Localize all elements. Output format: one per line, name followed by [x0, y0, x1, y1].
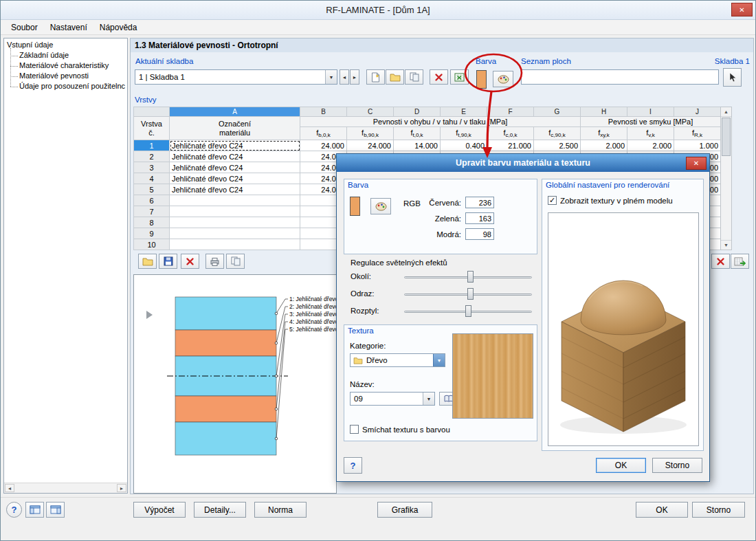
value-cell[interactable]: 2.000	[581, 140, 627, 151]
window-close-button[interactable]: ✕	[731, 3, 753, 16]
scroll-down-button[interactable]: ▼	[721, 240, 731, 250]
menu-item-2[interactable]: Nápověda	[93, 21, 144, 34]
material-cell[interactable]	[170, 195, 300, 206]
row-number-8[interactable]: 8	[134, 217, 170, 228]
column-letter-G[interactable]: G	[534, 107, 581, 117]
value-cell[interactable]: 24.000	[300, 140, 347, 151]
copy-rows-button[interactable]	[226, 254, 245, 269]
scroll-right-button[interactable]: ►	[117, 484, 126, 492]
excel-export-button[interactable]	[450, 69, 469, 85]
column-letter-I[interactable]: I	[627, 107, 674, 117]
export-table-button[interactable]	[731, 254, 749, 269]
mix-texture-checkbox[interactable]	[350, 425, 359, 434]
material-cell[interactable]: Jehličnaté dřevo C24	[170, 140, 300, 151]
next-composition-button[interactable]: ►	[350, 69, 359, 85]
value-cell[interactable]: 2.500	[534, 140, 581, 151]
slider-thumb[interactable]	[467, 271, 474, 283]
material-cell[interactable]: Jehličnaté dřevo C24	[170, 173, 300, 184]
scroll-up-button[interactable]: ▲	[721, 107, 731, 117]
column-letter-H[interactable]: H	[581, 107, 627, 117]
scatter-slider[interactable]	[404, 305, 532, 318]
row-number-10[interactable]: 10	[134, 239, 170, 250]
row-number-7[interactable]: 7	[134, 206, 170, 217]
tree-item-1[interactable]: Materiálové charakteristiky	[10, 60, 127, 71]
scroll-left-button[interactable]: ◄	[5, 484, 14, 492]
slider-thumb[interactable]	[465, 305, 471, 317]
help-button[interactable]: ?	[6, 502, 22, 518]
category-combo[interactable]: Dřevo ▼	[350, 353, 445, 367]
column-letter-D[interactable]: D	[394, 107, 441, 117]
graphics-button[interactable]: Grafika	[377, 502, 432, 518]
chevron-down-icon[interactable]: ▼	[325, 70, 337, 84]
save-layers-button[interactable]	[159, 254, 177, 269]
table-vertical-scrollbar[interactable]: ▲ ▼	[720, 107, 732, 250]
chevron-down-icon[interactable]: ▼	[433, 354, 445, 366]
column-letter-B[interactable]: B	[300, 107, 347, 117]
previous-composition-button[interactable]: ◄	[340, 69, 349, 85]
calculate-button[interactable]: Výpočet	[133, 502, 186, 518]
column-letter-E[interactable]: E	[441, 107, 487, 117]
value-cell[interactable]: 24.000	[347, 140, 394, 151]
composition-combo[interactable]: 1 | Skladba 1 ▼	[135, 69, 337, 85]
value-cell[interactable]: 14.000	[394, 140, 441, 151]
row-number-1[interactable]: 1	[134, 140, 170, 151]
row-number-9[interactable]: 9	[134, 228, 170, 239]
material-cell[interactable]	[170, 206, 300, 217]
reflection-slider[interactable]	[404, 288, 532, 300]
chevron-down-icon[interactable]: ▼	[423, 393, 434, 405]
dialog-cancel-button[interactable]: Storno	[652, 458, 702, 473]
material-cell[interactable]: Jehličnaté dřevo C24	[170, 184, 300, 195]
cancel-button[interactable]: Storno	[692, 502, 745, 518]
scrollbar-thumb[interactable]	[722, 118, 731, 156]
slider-thumb[interactable]	[467, 288, 474, 300]
row-number-3[interactable]: 3	[134, 162, 170, 173]
dialog-title-bar[interactable]: Upravit barvu materiálu a texturu	[337, 154, 709, 172]
blue-input[interactable]	[465, 228, 494, 240]
ok-button[interactable]: OK	[636, 502, 688, 518]
details-button[interactable]: Detaily...	[194, 502, 246, 518]
show-textures-checkbox[interactable]	[548, 196, 557, 205]
pick-surfaces-button[interactable]	[723, 68, 742, 87]
tree-horizontal-scrollbar[interactable]: ◄ ►	[4, 483, 127, 493]
value-cell[interactable]: 0.400	[441, 140, 487, 151]
standard-button[interactable]: Norma	[254, 502, 307, 518]
print-button[interactable]	[205, 254, 224, 269]
column-letter-J[interactable]: J	[674, 107, 721, 117]
new-composition-button[interactable]	[366, 69, 385, 85]
palette-button[interactable]	[493, 71, 513, 87]
row-number-5[interactable]: 5	[134, 184, 170, 195]
dialog-ok-button[interactable]: OK	[596, 458, 646, 473]
column-letter-C[interactable]: C	[347, 107, 394, 117]
panel-toggle-left-button[interactable]	[25, 502, 44, 518]
green-input[interactable]	[465, 212, 494, 224]
title-bar[interactable]: RF-LAMINATE - [Dům 1A]	[1, 1, 755, 20]
row-number-2[interactable]: 2	[134, 151, 170, 162]
material-cell[interactable]	[170, 228, 300, 239]
delete-rows-button[interactable]	[181, 254, 199, 269]
tree-item-0[interactable]: Základní údaje	[10, 50, 127, 60]
tree-item-3[interactable]: Údaje pro posouzení použitelnc	[10, 81, 127, 91]
red-input[interactable]	[465, 197, 494, 208]
material-cell[interactable]	[170, 217, 300, 228]
panel-toggle-right-button[interactable]	[46, 502, 65, 518]
dialog-close-button[interactable]: ✕	[686, 157, 707, 170]
dialog-palette-button[interactable]	[370, 198, 391, 214]
open-layers-button[interactable]	[138, 254, 157, 269]
row-number-4[interactable]: 4	[134, 173, 170, 184]
copy-composition-button[interactable]	[405, 69, 423, 85]
ambient-slider[interactable]	[404, 271, 532, 283]
material-cell[interactable]: Jehličnaté dřevo C24	[170, 162, 300, 173]
surface-list-input[interactable]	[521, 69, 719, 85]
tree-root-vstupni-udaje[interactable]: Vstupní údaje	[4, 38, 127, 50]
material-cell[interactable]	[170, 239, 300, 250]
menu-item-1[interactable]: Nastavení	[44, 21, 93, 34]
material-cell[interactable]: Jehličnaté dřevo C24	[170, 151, 300, 162]
delete-composition-button[interactable]	[430, 69, 448, 85]
value-cell[interactable]: 1.000	[674, 140, 721, 151]
menu-item-0[interactable]: Soubor	[5, 21, 44, 34]
value-cell[interactable]: 21.000	[487, 140, 534, 151]
tree-item-2[interactable]: Materiálové pevnosti	[10, 71, 127, 81]
dialog-help-button[interactable]: ?	[344, 457, 362, 474]
column-letter-A[interactable]: A	[170, 107, 300, 117]
import-composition-button[interactable]	[386, 69, 404, 85]
